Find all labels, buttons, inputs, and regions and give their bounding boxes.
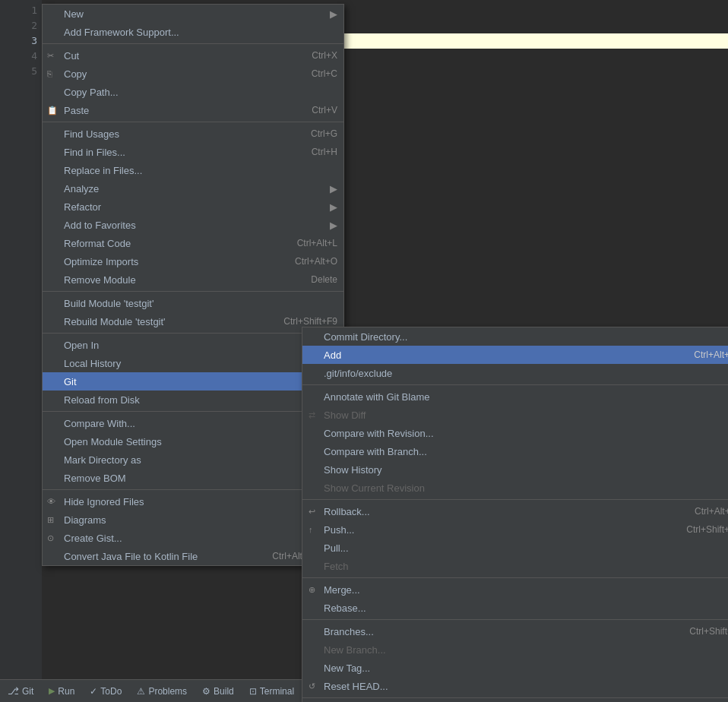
menu-item-copy[interactable]: ⎘ Copy Ctrl+C: [43, 65, 343, 83]
menu-item-add-framework[interactable]: Add Framework Support...: [43, 23, 343, 41]
menu-item-analyze[interactable]: Analyze ▶: [43, 179, 343, 198]
menu-label: Compare with Revision...: [324, 428, 728, 439]
menu-item-hide-ignored[interactable]: 👁 Hide Ignored Files: [43, 492, 343, 511]
tab-run[interactable]: ▶ Run: [41, 680, 82, 702]
shortcut: Ctrl+Alt+A: [694, 349, 728, 360]
git-menu-item-fetch: Fetch: [302, 557, 728, 575]
menu-item-convert-java-kotlin[interactable]: Convert Java File to Kotlin File Ctrl+Al…: [43, 547, 343, 565]
menu-label: Fetch: [324, 561, 728, 572]
menu-item-copy-path[interactable]: Copy Path...: [43, 83, 343, 101]
menu-label: Push...: [324, 524, 686, 536]
menu-item-new[interactable]: New ▶: [43, 5, 343, 23]
git-menu-item-merge[interactable]: ⊕ Merge...: [302, 580, 728, 599]
menu-label: Add Framework Support...: [64, 27, 337, 38]
git-menu-item-add[interactable]: Add Ctrl+Alt+A: [302, 346, 728, 364]
menu-item-local-history[interactable]: Local History ▶: [43, 354, 343, 372]
git-menu-item-show-current-revision: Show Current Revision: [302, 479, 728, 497]
menu-label: Open In: [64, 340, 330, 351]
git-menu-item-rollback[interactable]: ↩ Rollback... Ctrl+Alt+Z: [302, 502, 728, 520]
menu-item-replace-in-files[interactable]: Replace in Files...: [43, 161, 343, 179]
rollback-icon: ↩: [309, 507, 315, 517]
menu-item-compare-with[interactable]: Compare With... Ctrl+D: [43, 414, 343, 432]
menu-item-remove-bom[interactable]: Remove BOM: [43, 469, 343, 487]
menu-label: New Branch...: [324, 644, 728, 656]
arrow-icon: ▶: [330, 8, 337, 20]
git-menu-item-commit-directory[interactable]: Commit Directory...: [302, 327, 728, 346]
show-diff-icon: ⇄: [309, 410, 315, 420]
git-menu-item-compare-revision[interactable]: Compare with Revision...: [302, 424, 728, 442]
tab-terminal[interactable]: ⊡ Terminal: [242, 680, 302, 702]
line-numbers: 1 2 3 4 5: [0, 0, 42, 679]
menu-label: Compare with Branch...: [324, 446, 728, 457]
tab-problems[interactable]: ⚠ Problems: [129, 680, 195, 702]
line-number: 2: [0, 18, 37, 33]
menu-label: Rebuild Module 'testgit': [64, 316, 283, 327]
menu-item-find-usages[interactable]: Find Usages Ctrl+G: [43, 125, 343, 143]
menu-label: Merge...: [324, 584, 728, 596]
git-menu-item-reset-head[interactable]: ↺ Reset HEAD...: [302, 677, 728, 695]
menu-label: Reload from Disk: [64, 394, 337, 406]
menu-item-create-gist[interactable]: ⊙ Create Gist...: [43, 529, 343, 547]
menu-item-refactor[interactable]: Refactor ▶: [43, 198, 343, 216]
git-menu-item-rebase[interactable]: Rebase...: [302, 599, 728, 617]
menu-item-reload-from-disk[interactable]: Reload from Disk: [43, 391, 343, 409]
menu-item-mark-directory[interactable]: Mark Directory as ▶: [43, 451, 343, 469]
git-menu-item-show-history[interactable]: Show History: [302, 460, 728, 479]
menu-label: Copy Path...: [64, 87, 337, 98]
git-menu-item-pull[interactable]: Pull...: [302, 539, 728, 557]
menu-label: Optimize Imports: [64, 256, 295, 267]
menu-label: Git: [64, 376, 330, 387]
menu-label: Find Usages: [64, 128, 311, 140]
menu-item-build-module[interactable]: Build Module 'testgit': [43, 294, 343, 312]
menu-item-add-to-favorites[interactable]: Add to Favorites ▶: [43, 216, 343, 234]
git-menu-item-new-tag[interactable]: New Tag...: [302, 659, 728, 677]
menu-item-cut[interactable]: ✂ Cut Ctrl+X: [43, 46, 343, 65]
menu-label: Show Diff: [324, 410, 728, 421]
tab-build[interactable]: ⚙ Build: [195, 680, 242, 702]
tab-todo[interactable]: ✓ ToDo: [82, 680, 129, 702]
menu-label: Convert Java File to Kotlin File: [64, 551, 272, 562]
copy-icon: ⎘: [47, 69, 52, 78]
menu-item-open-module-settings[interactable]: Open Module Settings F12: [43, 432, 343, 451]
git-menu-item-annotate[interactable]: Annotate with Git Blame: [302, 387, 728, 406]
git-menu-item-compare-branch[interactable]: Compare with Branch...: [302, 442, 728, 460]
shortcut: Ctrl+Alt+Z: [695, 506, 728, 517]
context-menu-git: Commit Directory... Add Ctrl+Alt+A .git/…: [302, 327, 728, 702]
push-icon: ↑: [309, 525, 313, 534]
hide-ignored-icon: 👁: [47, 497, 55, 506]
shortcut: Ctrl+Shift+`: [689, 626, 728, 637]
menu-item-open-in[interactable]: Open In ▶: [43, 336, 343, 354]
menu-item-optimize-imports[interactable]: Optimize Imports Ctrl+Alt+O: [43, 252, 343, 270]
menu-label: .git/info/exclude: [324, 368, 728, 379]
git-menu-item-push[interactable]: ↑ Push... Ctrl+Shift+K: [302, 520, 728, 539]
shortcut: Ctrl+Alt+O: [295, 256, 337, 267]
menu-label: Build Module 'testgit': [64, 298, 337, 309]
git-menu-item-exclude[interactable]: .git/info/exclude: [302, 364, 728, 382]
menu-label: Copy: [64, 68, 312, 80]
tab-git[interactable]: ⎇ Git: [0, 680, 41, 702]
menu-label: Replace in Files...: [64, 165, 337, 176]
menu-item-paste[interactable]: 📋 Paste Ctrl+V: [43, 101, 343, 119]
shortcut: Delete: [311, 274, 337, 285]
menu-label: Find in Files...: [64, 147, 312, 158]
menu-item-diagrams[interactable]: ⊞ Diagrams ▶: [43, 511, 343, 529]
menu-item-git[interactable]: Git ▶: [43, 372, 343, 391]
paste-icon: 📋: [47, 106, 58, 115]
menu-item-find-in-files[interactable]: Find in Files... Ctrl+H: [43, 143, 343, 161]
menu-label: Create Gist...: [64, 533, 337, 544]
line-number: 1: [0, 3, 37, 18]
tab-label: ToDo: [100, 686, 122, 697]
menu-item-rebuild-module[interactable]: Rebuild Module 'testgit' Ctrl+Shift+F9: [43, 312, 343, 330]
arrow-icon: ▶: [330, 201, 337, 213]
menu-label: Reformat Code: [64, 238, 297, 249]
merge-icon: ⊕: [309, 585, 315, 595]
shortcut: Ctrl+Shift+F9: [283, 316, 337, 327]
problems-icon: ⚠: [137, 686, 145, 697]
git-menu-item-branches[interactable]: Branches... Ctrl+Shift+`: [302, 622, 728, 640]
tab-label: Git: [22, 686, 33, 697]
shortcut: Ctrl+Alt+L: [297, 238, 337, 248]
menu-item-reformat-code[interactable]: Reformat Code Ctrl+Alt+L: [43, 234, 343, 252]
menu-label: Show History: [324, 464, 728, 476]
menu-item-remove-module[interactable]: Remove Module Delete: [43, 270, 343, 289]
todo-icon: ✓: [90, 686, 97, 697]
